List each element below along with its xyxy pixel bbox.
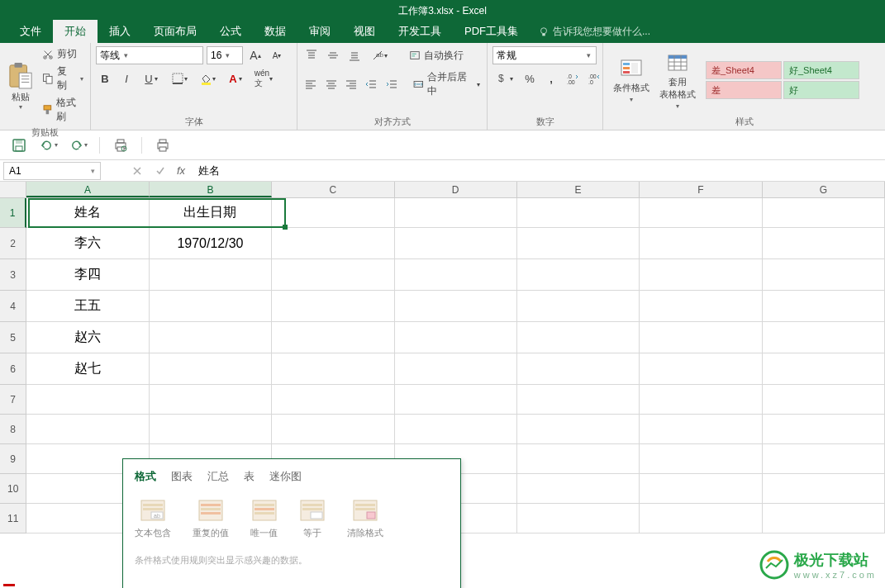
cell-styles-gallery[interactable]: 差_Sheet4 好_Sheet4 差 好: [706, 61, 859, 99]
cell-A3[interactable]: 李四: [26, 259, 149, 291]
cell-A4[interactable]: 王五: [26, 291, 149, 322]
redo-button[interactable]: ▾: [69, 136, 88, 154]
row-head-1[interactable]: 1: [0, 198, 26, 228]
cell-F4[interactable]: [640, 291, 762, 322]
tab-dev[interactable]: 开发工具: [387, 20, 453, 43]
cell-G11[interactable]: [763, 504, 885, 533]
row-head-3[interactable]: 3: [0, 259, 26, 291]
align-top-button[interactable]: [302, 46, 321, 64]
cell-F1[interactable]: [640, 198, 762, 228]
cell-D5[interactable]: [395, 322, 517, 353]
style-good[interactable]: 好: [783, 81, 859, 99]
number-format-combo[interactable]: 常规▾: [492, 46, 597, 64]
qa-duplicate[interactable]: 重复的值: [193, 499, 229, 539]
print-button[interactable]: [154, 136, 172, 154]
cell-G5[interactable]: [763, 322, 885, 353]
decrease-indent-button[interactable]: [363, 75, 379, 93]
tab-data[interactable]: 数据: [253, 20, 297, 43]
decrease-font-button[interactable]: A▾: [268, 46, 286, 64]
cell-B5[interactable]: [150, 322, 272, 353]
cell-G7[interactable]: [763, 385, 885, 415]
col-G[interactable]: G: [763, 182, 885, 197]
cell-G6[interactable]: [763, 353, 885, 385]
increase-font-button[interactable]: A▴: [246, 46, 264, 64]
cell-B4[interactable]: [150, 291, 272, 322]
percent-button[interactable]: %: [521, 69, 539, 88]
spreadsheet-grid[interactable]: A B C D E F G 1姓名出生日期2李六1970/12/303李四4王五…: [0, 182, 885, 533]
tab-review[interactable]: 审阅: [297, 20, 342, 43]
cell-D2[interactable]: [395, 228, 517, 259]
cell-E10[interactable]: [517, 474, 640, 504]
cell-E7[interactable]: [517, 385, 640, 415]
cell-E8[interactable]: [517, 415, 640, 444]
qa-tab-spark[interactable]: 迷你图: [269, 469, 302, 487]
cell-G3[interactable]: [763, 259, 885, 291]
cell-G4[interactable]: [763, 291, 885, 322]
cell-B7[interactable]: [150, 385, 272, 415]
cell-C3[interactable]: [272, 259, 394, 291]
cell-B8[interactable]: [150, 415, 272, 444]
cell-F2[interactable]: [640, 228, 762, 259]
accounting-format-button[interactable]: $▾: [492, 69, 517, 88]
row-head-4[interactable]: 4: [0, 291, 26, 322]
qa-tab-totals[interactable]: 汇总: [207, 469, 229, 487]
cell-F3[interactable]: [640, 259, 762, 291]
font-name-combo[interactable]: 等线▾: [96, 46, 203, 64]
cell-A7[interactable]: [26, 385, 149, 415]
increase-indent-button[interactable]: [383, 75, 400, 93]
cell-D6[interactable]: [395, 353, 517, 385]
row-head-9[interactable]: 9: [0, 444, 26, 474]
tab-home[interactable]: 开始: [53, 20, 98, 43]
row-head-8[interactable]: 8: [0, 415, 26, 444]
cell-A2[interactable]: 李六: [26, 228, 149, 259]
tell-me[interactable]: 告诉我您想要做什么...: [530, 21, 659, 43]
cell-C5[interactable]: [272, 322, 394, 353]
cell-C8[interactable]: [272, 415, 394, 444]
qa-unique[interactable]: 唯一值: [250, 499, 278, 539]
cell-A1[interactable]: 姓名: [26, 198, 149, 228]
cancel-formula-button[interactable]: [126, 162, 149, 180]
row-head-5[interactable]: 5: [0, 322, 26, 353]
cell-C2[interactable]: [272, 228, 394, 259]
cell-F6[interactable]: [640, 353, 762, 385]
qa-tab-chart[interactable]: 图表: [171, 469, 193, 487]
cell-F5[interactable]: [640, 322, 762, 353]
cell-F7[interactable]: [640, 385, 762, 415]
align-middle-button[interactable]: [324, 46, 342, 64]
cell-C6[interactable]: [272, 353, 394, 385]
tab-formulas[interactable]: 公式: [208, 20, 253, 43]
cell-A6[interactable]: 赵七: [26, 353, 149, 385]
row-head-10[interactable]: 10: [0, 474, 26, 504]
cell-D7[interactable]: [395, 385, 517, 415]
cell-D1[interactable]: [395, 198, 517, 228]
name-box[interactable]: A1▾: [3, 162, 101, 180]
cell-E6[interactable]: [517, 353, 640, 385]
col-A[interactable]: A: [26, 182, 149, 197]
italic-button[interactable]: I: [117, 69, 136, 88]
cell-B2[interactable]: 1970/12/30: [150, 228, 272, 259]
qa-equal[interactable]: 等于: [299, 499, 326, 539]
row-head-11[interactable]: 11: [0, 504, 26, 533]
cell-D8[interactable]: [395, 415, 517, 444]
conditional-format-button[interactable]: 条件格式▾: [608, 55, 654, 105]
cell-E5[interactable]: [517, 322, 640, 353]
undo-button[interactable]: ▾: [40, 136, 58, 154]
qa-text-contains[interactable]: ab文本包含: [135, 499, 171, 539]
format-painter-button[interactable]: 格式刷: [40, 95, 85, 125]
orientation-button[interactable]: ab▾: [367, 46, 392, 64]
format-as-table-button[interactable]: 套用 表格格式▾: [654, 50, 701, 111]
cut-button[interactable]: 剪切: [40, 46, 85, 62]
phonetic-button[interactable]: wén文▾: [251, 69, 276, 88]
tab-file[interactable]: 文件: [8, 20, 53, 43]
col-D[interactable]: D: [395, 182, 517, 197]
bold-button[interactable]: B: [96, 69, 114, 88]
row-head-2[interactable]: 2: [0, 228, 26, 259]
cell-G10[interactable]: [763, 474, 885, 504]
cell-E3[interactable]: [517, 259, 640, 291]
paste-button[interactable]: 粘贴 ▾: [5, 59, 36, 112]
col-F[interactable]: F: [640, 182, 762, 197]
col-C[interactable]: C: [272, 182, 394, 197]
formula-input[interactable]: 姓名: [190, 164, 885, 178]
qa-clear[interactable]: 清除格式: [347, 499, 383, 539]
align-left-button[interactable]: [302, 75, 319, 93]
